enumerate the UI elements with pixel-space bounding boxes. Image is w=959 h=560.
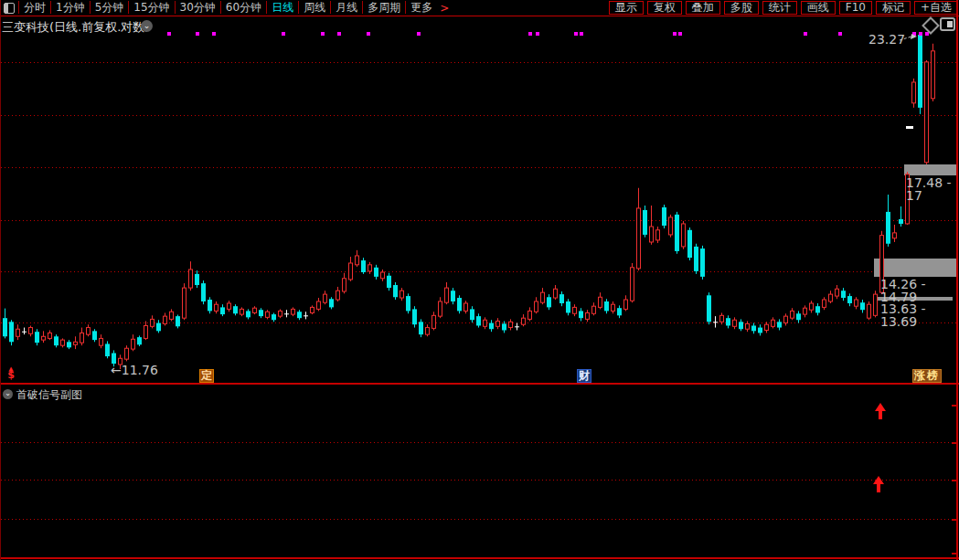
- chevron-down-icon[interactable]: ⌄: [141, 20, 153, 32]
- panel-divider[interactable]: [1, 383, 959, 385]
- badge-cai[interactable]: 财: [577, 369, 591, 383]
- gap-zone-label-1: 17.48 - 17: [906, 176, 959, 202]
- gap-zone-label-3: 13.63 - 13.69: [880, 302, 959, 328]
- low-price-label: ←11.76: [111, 364, 158, 376]
- chevron-down-icon[interactable]: ⌄: [3, 389, 13, 399]
- candlestick-chart[interactable]: [1, 0, 959, 560]
- badge-ding[interactable]: 定: [199, 369, 214, 383]
- gap-zone-label-2: 14.26 - 14.79: [880, 278, 959, 303]
- window-right-border: [956, 0, 958, 560]
- high-price-label: 23.27: [868, 33, 905, 46]
- layout-panel-icon[interactable]: [940, 17, 955, 31]
- subchart-title[interactable]: 首破信号副图: [16, 387, 82, 403]
- chart-title[interactable]: 三变科技(日线.前复权.对数): [2, 19, 149, 36]
- window-bottom-border: [1, 557, 959, 559]
- trading-app-window: 分时1分钟5分钟15分钟30分钟60分钟日线周线月线多周期更多 > 显示复权叠加…: [0, 0, 959, 560]
- money-flag-icon[interactable]: ▲$: [5, 366, 16, 379]
- badge-zhangbang[interactable]: 涨榜: [912, 369, 942, 383]
